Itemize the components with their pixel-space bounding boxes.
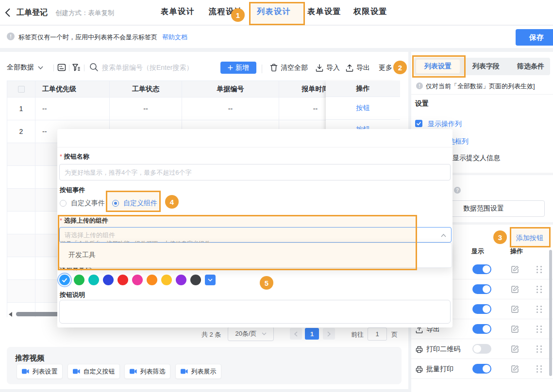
chevron-down-icon: [208, 278, 213, 281]
drag-handle-icon[interactable]: [536, 326, 542, 333]
color-swatch[interactable]: [147, 275, 157, 285]
search-input[interactable]: 搜索单据编号（按Enter搜索）: [102, 64, 193, 72]
current-page[interactable]: 1: [305, 328, 319, 340]
sidebar-tab-filter-conditions[interactable]: 筛选条件: [512, 58, 549, 75]
recommended-videos-panel: 推荐视频 列表设置 自定义按钮 列表筛选 列表展示: [7, 347, 402, 384]
import-button[interactable]: 导入: [316, 62, 340, 74]
field-label-button-desc: 按钮说明: [60, 291, 85, 299]
radio-custom-component[interactable]: 自定义组件: [112, 199, 157, 208]
top-header: 工单登记 创建方式：表单复制 表单设计 流程设计 列表设计 表单设置 权限设置: [0, 0, 553, 25]
hscroll-left-arrow[interactable]: [9, 312, 12, 317]
sidebar-tab-list-settings[interactable]: 列表设置: [416, 60, 460, 73]
dropdown-option-dev-tools[interactable]: 开发工具: [68, 251, 96, 260]
more-button[interactable]: 更多: [379, 62, 392, 74]
video-button-list-filter[interactable]: 列表筛选: [124, 364, 170, 379]
edit-icon[interactable]: [511, 285, 519, 293]
drag-handle-icon[interactable]: [536, 266, 542, 274]
filter-icon[interactable]: [72, 63, 81, 72]
add-button-link[interactable]: 添加按钮: [516, 234, 543, 243]
checkbox-checked-icon: [415, 120, 422, 127]
color-swatch[interactable]: [59, 275, 70, 285]
color-swatch[interactable]: [132, 275, 143, 285]
divider: [69, 65, 69, 71]
visibility-toggle[interactable]: [472, 264, 491, 274]
notice-bar: ! 标签页仅有一个时，应用中列表将不会显示标签页 帮助文档 保存: [0, 26, 553, 48]
edit-icon[interactable]: [511, 325, 519, 333]
question-icon[interactable]: ?: [454, 187, 461, 194]
page-unit-label: 页: [391, 330, 398, 345]
color-swatch[interactable]: [117, 275, 128, 285]
col-header-show: 显示: [471, 247, 484, 256]
visibility-toggle[interactable]: [472, 344, 491, 354]
export-icon: [346, 64, 353, 72]
page-size-select[interactable]: 20条/页: [228, 327, 274, 341]
visibility-toggle[interactable]: [472, 304, 491, 314]
edit-icon[interactable]: [511, 265, 519, 273]
drag-handle-icon[interactable]: [536, 306, 542, 313]
tab-list-design[interactable]: 列表设计: [257, 7, 291, 17]
tab-form-design[interactable]: 表单设计: [161, 7, 195, 17]
edit-icon[interactable]: [511, 345, 519, 353]
video-icon: [130, 369, 137, 374]
custom-color-picker[interactable]: [205, 275, 216, 285]
sidebar-tab-list-fields[interactable]: 列表字段: [467, 58, 505, 75]
video-button-list-settings[interactable]: 列表设置: [17, 364, 63, 379]
goto-page-input[interactable]: [368, 327, 387, 341]
help-doc-link[interactable]: 帮助文档: [162, 33, 187, 42]
goto-label: 前往: [351, 330, 364, 345]
sidebar-scrollbar[interactable]: [549, 250, 552, 376]
tab-permission-settings[interactable]: 权限设置: [353, 7, 387, 17]
checkbox-show-action-column[interactable]: 显示操作列: [411, 120, 553, 128]
color-swatch[interactable]: [74, 275, 84, 285]
button-name-input[interactable]: [59, 164, 451, 180]
back-icon[interactable]: [5, 8, 11, 17]
visibility-toggle[interactable]: [472, 324, 491, 334]
sidebar-tabbar: 列表设置 列表字段 筛选条件: [414, 58, 550, 75]
edit-icon[interactable]: [511, 305, 519, 313]
action-column-header: 操作: [326, 81, 400, 97]
annotation-badge-2: 2: [393, 61, 407, 74]
field-label-button-name: 按钮名称: [60, 152, 89, 161]
col-header-action: 操作: [510, 247, 523, 256]
drag-handle-icon[interactable]: [536, 286, 542, 294]
card-view-icon[interactable]: [57, 63, 66, 72]
check-icon: [59, 275, 70, 285]
video-button-list-display[interactable]: 列表展示: [175, 364, 221, 379]
color-swatch[interactable]: [176, 275, 186, 285]
search-icon: [89, 63, 99, 72]
chevron-down-icon: [262, 332, 267, 335]
page-title: 工单登记: [17, 8, 48, 18]
add-record-button[interactable]: 新增: [220, 62, 256, 74]
visibility-toggle[interactable]: [472, 284, 491, 294]
drag-handle-icon[interactable]: [536, 365, 542, 373]
edit-icon[interactable]: [511, 365, 519, 373]
button-desc-textarea[interactable]: [59, 300, 451, 324]
visibility-toggle[interactable]: [472, 364, 491, 374]
save-button[interactable]: 保存: [516, 29, 553, 46]
color-swatch[interactable]: [88, 275, 99, 285]
row-action-button[interactable]: 按钮: [356, 104, 370, 113]
tab-form-settings[interactable]: 表单设置: [307, 7, 341, 17]
data-scope-dropdown[interactable]: 全部数据: [7, 63, 43, 72]
video-button-custom-button[interactable]: 自定义按钮: [67, 364, 120, 379]
app-window: 工单登记 创建方式：表单复制 表单设计 流程设计 列表设计 表单设置 权限设置 …: [0, 0, 553, 392]
next-page-button[interactable]: [323, 328, 335, 340]
export-button[interactable]: 导出: [346, 62, 370, 74]
printer-icon: [416, 346, 423, 353]
sidebar-button-row: 打印二维码: [411, 339, 553, 359]
notice-text: 标签页仅有一个时，应用中列表将不会显示标签页: [18, 33, 157, 42]
color-swatch[interactable]: [161, 275, 172, 285]
color-swatch[interactable]: [103, 275, 114, 285]
trash-icon: [270, 64, 278, 72]
annotation-badge-1: 1: [231, 8, 245, 22]
color-swatch[interactable]: [190, 275, 201, 285]
sidebar-notice: 仅对当前「全部数据」页面的列表生效]: [426, 82, 535, 91]
chevron-right-icon: [327, 331, 331, 337]
drag-handle-icon[interactable]: [536, 345, 542, 353]
select-all-checkbox[interactable]: [18, 86, 25, 93]
data-scope-label: 全部数据: [7, 63, 34, 72]
video-icon: [181, 369, 188, 374]
radio-custom-event[interactable]: 自定义事件: [60, 199, 105, 208]
clear-all-button[interactable]: 清空全部: [270, 62, 308, 74]
prev-page-button[interactable]: [290, 328, 302, 340]
